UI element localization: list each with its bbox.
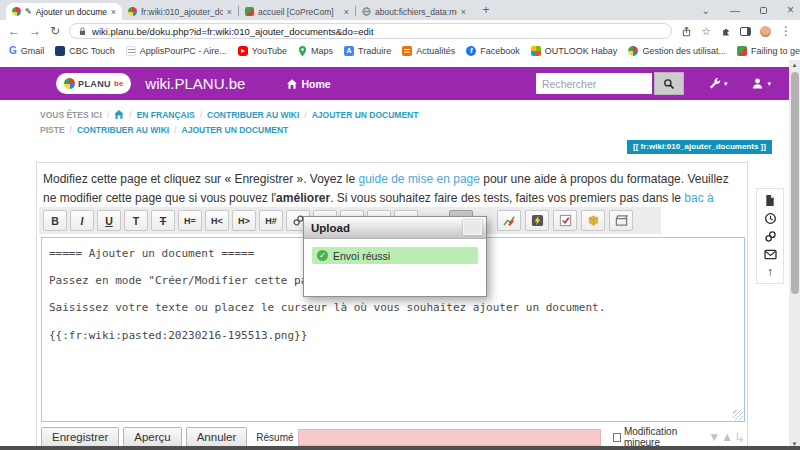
email-icon[interactable] [763, 247, 777, 261]
plugin-buttons [497, 210, 633, 231]
reload-icon[interactable]: ↻ [50, 25, 60, 37]
bookmark-label: Facebook [480, 46, 520, 56]
browser-toolbar: ← → ↻ ☆ ⋮ [0, 20, 800, 42]
side-panel-icon[interactable] [740, 27, 751, 36]
close-window-button[interactable]: × [787, 3, 794, 17]
globe-icon [362, 7, 371, 16]
tab-title: accueil [CoPreCom] [258, 7, 340, 17]
headline-lower-button[interactable]: H< [205, 210, 229, 231]
bookmark-gmail[interactable]: GGmail [9, 46, 44, 56]
scrollbar-thumb[interactable] [791, 72, 799, 294]
note-plugin-button[interactable] [525, 210, 549, 231]
history-icon[interactable] [763, 211, 777, 225]
headline-select-button[interactable]: H# [259, 210, 283, 231]
tab-close-icon[interactable]: × [111, 7, 116, 17]
minor-edit-group: Modification mineure [613, 426, 705, 448]
bookmark-cbc-touch[interactable]: CBC Touch [55, 46, 114, 56]
backlink-icon[interactable] [763, 229, 777, 243]
bookmark-applispourpc[interactable]: ApplisPourPC - Aire... [126, 46, 227, 56]
breadcrumb-separator: / [200, 110, 202, 120]
new-tab-button[interactable]: + [478, 3, 494, 19]
underline-button[interactable]: U [97, 210, 121, 231]
bookmark-facebook[interactable]: fFacebook [466, 46, 520, 56]
search-button[interactable] [654, 72, 684, 95]
edit-page-icon[interactable] [763, 193, 777, 207]
extensions-icon[interactable] [720, 26, 731, 37]
resize-grip[interactable] [733, 410, 743, 420]
strikethrough-button[interactable]: T [151, 210, 175, 231]
bookmark-outlook[interactable]: OUTLOOK Habay [531, 46, 618, 56]
tab-search-chevron-icon[interactable]: ⌄ [702, 5, 710, 16]
bookmark-star-icon[interactable]: ☆ [701, 26, 711, 37]
tab-about-fichiers[interactable]: about:fichiers_data:membres_inc × [356, 3, 472, 20]
cancel-button[interactable]: Annuler [186, 427, 248, 448]
jump-corner-icon[interactable]: ↳ [734, 430, 745, 445]
profile-avatar[interactable] [760, 26, 771, 37]
jump-up-icon[interactable]: ▲ [721, 430, 733, 444]
jump-down-icon[interactable]: ▼ [708, 430, 720, 444]
bookmark-label: ApplisPourPC - Aire... [140, 46, 227, 56]
preview-button[interactable]: Aperçu [123, 427, 181, 448]
back-to-top-icon[interactable]: ↑ [763, 265, 777, 279]
address-bar[interactable] [69, 23, 672, 39]
site-logo[interactable]: PLANU be [56, 73, 131, 94]
upload-popup-titlebar[interactable]: Upload [304, 217, 486, 239]
bookmark-failing-auth[interactable]: Failing to get authc... [737, 46, 800, 56]
scroll-up-arrow[interactable]: ▲ [789, 60, 800, 71]
draw-plugin-button[interactable] [497, 210, 521, 231]
tab-close-icon[interactable]: × [461, 7, 466, 17]
success-check-icon: ✓ [317, 250, 328, 261]
popup-close-button[interactable] [463, 220, 482, 235]
search-input[interactable] [536, 73, 652, 94]
package-plugin-button[interactable] [581, 210, 605, 231]
tab-ajouter-documents-edit[interactable]: fr:wiki:010_ajouter_documents [w × [122, 3, 238, 20]
maximize-button[interactable] [760, 7, 767, 14]
summary-input[interactable] [298, 429, 601, 446]
coprecom-icon [737, 46, 747, 56]
scrollbar[interactable]: ▲ ▼ [789, 60, 800, 450]
planu-favicon-icon [12, 7, 21, 16]
breadcrumb-link[interactable]: CONTRIBUER AU WIKI [77, 125, 169, 135]
monospace-button[interactable]: T [124, 210, 148, 231]
breadcrumb-link[interactable]: EN FRANÇAIS [137, 110, 195, 120]
site-header: PLANU be wiki.PLANU.be Home ▾ ▾ [0, 67, 789, 100]
intro-text: Modifiez cette page et cliquez sur « Enr… [43, 172, 359, 186]
headline-same-button[interactable]: H= [178, 210, 202, 231]
user-menu[interactable]: ▾ [751, 77, 771, 90]
bookmark-traduire[interactable]: ATraduire [344, 46, 391, 56]
todo-plugin-button[interactable] [553, 210, 577, 231]
page-tools: ↑ [756, 188, 784, 284]
breadcrumb-link[interactable]: CONTRIBUER AU WIKI [207, 110, 299, 120]
link-guide-mise-en-page[interactable]: guide de mise en page [359, 172, 480, 186]
site-title[interactable]: wiki.PLANU.be [145, 75, 245, 92]
tab-close-icon[interactable]: × [227, 7, 232, 17]
italic-button[interactable]: I [70, 210, 94, 231]
forward-icon[interactable]: → [29, 25, 41, 37]
minimize-button[interactable]: — [730, 5, 740, 16]
url-input[interactable] [92, 26, 663, 37]
bookmark-maps[interactable]: Maps [298, 46, 333, 57]
bookmark-youtube[interactable]: YouTube [238, 46, 287, 56]
bold-button[interactable]: B [43, 210, 67, 231]
minor-edit-checkbox[interactable] [613, 433, 621, 442]
upload-popup: Upload ✓ Envoi réussi [303, 216, 487, 297]
menu-dots-icon[interactable]: ⋮ [780, 25, 792, 37]
breadcrumb-home-icon[interactable] [114, 110, 124, 119]
planu-icon [628, 46, 638, 56]
tab-close-icon[interactable]: × [344, 7, 349, 17]
tab-accueil-coprecom[interactable]: accueil [CoPreCom] × [239, 3, 355, 20]
headline-higher-button[interactable]: H> [232, 210, 256, 231]
slideshow-plugin-button[interactable] [609, 210, 633, 231]
pencil-icon: ✎ [25, 7, 32, 16]
save-button[interactable]: Enregistrer [41, 427, 119, 448]
home-link[interactable]: Home [287, 78, 330, 90]
breadcrumb: VOUS ÊTES ICI / / EN FRANÇAIS / CONTRIBU… [0, 100, 789, 142]
share-icon[interactable] [681, 26, 692, 37]
back-icon[interactable]: ← [8, 25, 20, 37]
breadcrumb-link[interactable]: AJOUTER UN DOCUMENT [312, 110, 419, 120]
breadcrumb-link[interactable]: AJOUTER UN DOCUMENT [182, 125, 289, 135]
tab-ajouter-document[interactable]: ✎ Ajouter un document [wiki.PL × [6, 3, 122, 20]
bookmark-actualites[interactable]: Actualités [402, 46, 455, 56]
bookmark-gestion-utilisateurs[interactable]: Gestion des utilisat... [628, 46, 726, 56]
site-tools-menu[interactable]: ▾ [708, 77, 728, 90]
